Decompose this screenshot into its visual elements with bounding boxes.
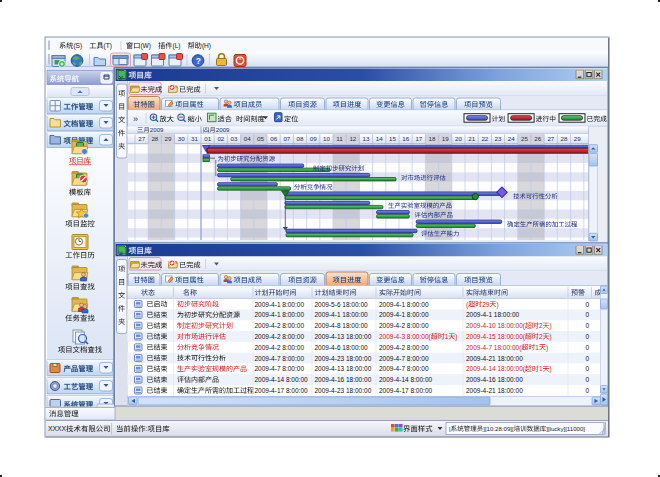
svg-text:0: 0 — [586, 387, 590, 394]
svg-text:): ) — [550, 333, 552, 341]
svg-text::: : — [146, 425, 148, 432]
svg-text:): ) — [455, 333, 457, 341]
svg-text:0: 0 — [586, 344, 590, 351]
svg-text:2009-4-21 18:00:00: 2009-4-21 18:00:00 — [466, 387, 523, 394]
svg-text:2009-4-1 18:00:00: 2009-4-1 18:00:00 — [315, 311, 369, 318]
svg-text:20: 20 — [455, 135, 462, 142]
svg-text:23: 23 — [495, 135, 502, 142]
svg-text:(T): (T) — [104, 42, 112, 50]
svg-text:): ) — [550, 365, 552, 373]
svg-text:(H): (H) — [202, 42, 211, 50]
svg-text:05: 05 — [257, 135, 264, 142]
svg-text:22: 22 — [481, 135, 488, 142]
svg-text:24: 24 — [508, 135, 515, 142]
svg-text:11: 11 — [336, 135, 343, 142]
svg-text:»: » — [133, 114, 138, 124]
svg-text:2009-4-1 8:00:00: 2009-4-1 8:00:00 — [255, 301, 305, 308]
svg-text:25: 25 — [521, 135, 528, 142]
svg-text:2: 2 — [539, 333, 543, 340]
svg-text:2009-5-6 18:00:00: 2009-5-6 18:00:00 — [315, 301, 369, 308]
svg-text:0: 0 — [586, 322, 590, 329]
svg-text:0: 0 — [586, 311, 590, 318]
svg-text:2009-4-21 18:00:00: 2009-4-21 18:00:00 — [466, 355, 523, 362]
svg-text:2009-4-1 8:00:00: 2009-4-1 8:00:00 — [255, 311, 305, 318]
svg-text:2009-4-7 8:00:00: 2009-4-7 8:00:00 — [255, 365, 305, 372]
svg-text:0: 0 — [586, 301, 590, 308]
svg-text:2009-4-7 8:00:00: 2009-4-7 8:00:00 — [379, 365, 429, 372]
svg-text:2009-4-13 18:00:00: 2009-4-13 18:00:00 — [315, 333, 372, 340]
svg-text:1: 1 — [445, 333, 449, 340]
svg-text:08: 08 — [297, 135, 304, 142]
svg-text:2009-4-17 8:00:00: 2009-4-17 8:00:00 — [379, 387, 433, 394]
svg-text:2009-4-17 8:00:00: 2009-4-17 8:00:00 — [255, 387, 309, 394]
svg-text:0: 0 — [586, 333, 590, 340]
svg-text:2009-4-13 18:00:00: 2009-4-13 18:00:00 — [315, 365, 372, 372]
svg-text:2009-4-3 8:00:00(: 2009-4-3 8:00:00( — [379, 333, 432, 341]
svg-text:30: 30 — [178, 135, 185, 142]
svg-text:01: 01 — [204, 135, 211, 142]
svg-text:2009-4-2 8:00:00: 2009-4-2 8:00:00 — [379, 322, 429, 329]
svg-text:2009-4-23 18:00:00: 2009-4-23 18:00:00 — [315, 355, 372, 362]
svg-text:2: 2 — [539, 322, 543, 329]
svg-text:18: 18 — [429, 135, 436, 142]
svg-text:[: [ — [449, 425, 451, 432]
svg-text:21: 21 — [468, 135, 475, 142]
svg-text:): ) — [546, 344, 548, 352]
svg-text:2009-4-8 18:00:00: 2009-4-8 18:00:00 — [315, 322, 369, 329]
svg-text:19: 19 — [442, 135, 449, 142]
svg-text:2009-4-14 18:00:00(: 2009-4-14 18:00:00( — [466, 365, 526, 373]
svg-text:26: 26 — [534, 135, 541, 142]
svg-text:03: 03 — [231, 135, 238, 142]
svg-text:2009: 2009 — [150, 126, 164, 133]
svg-text:2009-4-2 8:00:00: 2009-4-2 8:00:00 — [379, 344, 429, 351]
svg-text:06: 06 — [270, 135, 277, 142]
svg-text:02: 02 — [217, 135, 224, 142]
svg-text:][10:28:09][: ][10:28:09][ — [483, 425, 514, 432]
svg-text:?: ? — [196, 56, 201, 66]
svg-text:09: 09 — [310, 135, 317, 142]
svg-text:28: 28 — [151, 135, 158, 142]
svg-text:2009: 2009 — [216, 126, 230, 133]
svg-text:2009-4-7 18:00:00(: 2009-4-7 18:00:00( — [466, 344, 522, 352]
svg-text:14: 14 — [376, 135, 383, 142]
svg-text:07: 07 — [283, 135, 290, 142]
svg-text:13: 13 — [363, 135, 370, 142]
svg-text:(W): (W) — [140, 42, 151, 50]
svg-text:29: 29 — [165, 135, 172, 142]
svg-text:2009-4-6 18:00:00: 2009-4-6 18:00:00 — [315, 344, 369, 351]
svg-text:31: 31 — [191, 135, 198, 142]
svg-text:04: 04 — [244, 135, 251, 142]
svg-text:2009-4-10 18:00:00(: 2009-4-10 18:00:00( — [466, 322, 526, 330]
svg-text:2009-4-23 18:00:00: 2009-4-23 18:00:00 — [315, 387, 372, 394]
svg-text:29: 29 — [482, 301, 490, 308]
svg-text:28: 28 — [561, 135, 568, 142]
svg-text:29: 29 — [574, 135, 581, 142]
svg-text:(L): (L) — [173, 42, 181, 50]
svg-text:1: 1 — [535, 344, 539, 351]
svg-text:(S): (S) — [73, 42, 82, 50]
svg-text:0: 0 — [586, 376, 590, 383]
svg-text:0: 0 — [586, 355, 590, 362]
svg-text:10: 10 — [323, 135, 330, 142]
svg-text:2009-4-1 18:00:00: 2009-4-1 18:00:00 — [466, 311, 520, 318]
svg-text:2009-4-1 8:00:00: 2009-4-1 8:00:00 — [379, 301, 429, 308]
svg-text:2009-4-15 18:00:00(: 2009-4-15 18:00:00( — [466, 333, 526, 341]
svg-text:2009-4-2 8:00:00: 2009-4-2 8:00:00 — [255, 333, 305, 340]
svg-text:2009-4-16 18:00:00: 2009-4-16 18:00:00 — [466, 376, 523, 383]
svg-text:0: 0 — [586, 365, 590, 372]
svg-text:27: 27 — [138, 135, 145, 142]
svg-text:][lucky][11000]: ][lucky][11000] — [546, 425, 585, 432]
svg-text:2009-4-2 8:00:00: 2009-4-2 8:00:00 — [255, 322, 305, 329]
svg-text:2009-4-14 8:00:00: 2009-4-14 8:00:00 — [255, 376, 309, 383]
svg-text:2009-4-1 8:00:00: 2009-4-1 8:00:00 — [379, 311, 429, 318]
svg-text:16: 16 — [402, 135, 409, 142]
svg-text:2009-4-7 8:00:00: 2009-4-7 8:00:00 — [255, 355, 305, 362]
svg-text:1: 1 — [539, 365, 543, 372]
svg-text:27: 27 — [547, 135, 554, 142]
svg-text:XXXX: XXXX — [48, 425, 67, 432]
svg-text:2009-4-14 8:00:00: 2009-4-14 8:00:00 — [379, 376, 433, 383]
svg-text:17: 17 — [415, 135, 422, 142]
svg-text:15: 15 — [389, 135, 396, 142]
svg-text:12: 12 — [349, 135, 356, 142]
svg-text:2009-4-7 8:00:00: 2009-4-7 8:00:00 — [379, 355, 429, 362]
